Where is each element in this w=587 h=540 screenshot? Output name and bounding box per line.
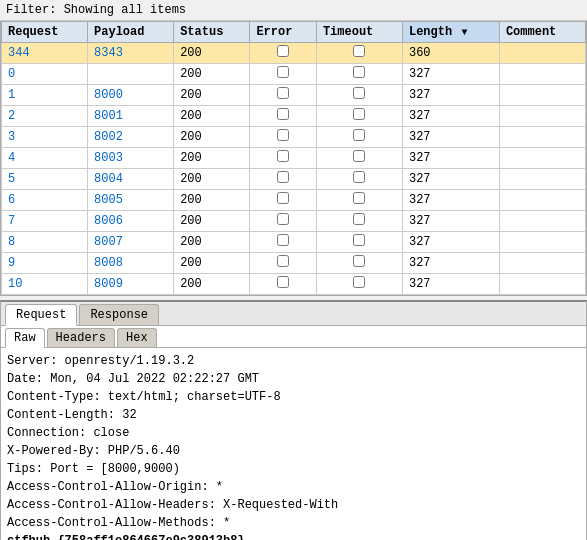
table-row[interactable]: 78006200327	[2, 211, 586, 232]
filter-value: Showing all items	[64, 3, 186, 17]
content-area: Server: openresty/1.19.3.2Date: Mon, 04 …	[1, 348, 586, 540]
cell-request: 10	[2, 274, 88, 295]
cell-length: 327	[402, 274, 499, 295]
cell-length: 327	[402, 253, 499, 274]
cell-error[interactable]	[250, 190, 317, 211]
cell-error[interactable]	[250, 106, 317, 127]
cell-error[interactable]	[250, 43, 317, 64]
cell-error[interactable]	[250, 148, 317, 169]
cell-length: 327	[402, 169, 499, 190]
content-line: Tips: Port = [8000,9000)	[7, 460, 580, 478]
cell-length: 327	[402, 127, 499, 148]
cell-payload	[88, 64, 174, 85]
cell-error[interactable]	[250, 274, 317, 295]
col-length[interactable]: Length ▼	[402, 22, 499, 43]
table-row[interactable]: 108009200327	[2, 274, 586, 295]
cell-request: 0	[2, 64, 88, 85]
main-table-container: Request Payload Status Error Timeout Len…	[0, 21, 587, 296]
cell-error[interactable]	[250, 64, 317, 85]
table-row[interactable]: 48003200327	[2, 148, 586, 169]
table-row[interactable]: 38002200327	[2, 127, 586, 148]
cell-status: 200	[174, 274, 250, 295]
col-status[interactable]: Status	[174, 22, 250, 43]
cell-comment	[499, 190, 585, 211]
cell-timeout[interactable]	[316, 106, 402, 127]
cell-status: 200	[174, 64, 250, 85]
cell-request: 3	[2, 127, 88, 148]
cell-error[interactable]	[250, 253, 317, 274]
cell-length: 327	[402, 85, 499, 106]
cell-comment	[499, 106, 585, 127]
cell-payload: 8009	[88, 274, 174, 295]
table-row[interactable]: 98008200327	[2, 253, 586, 274]
table-row[interactable]: 88007200327	[2, 232, 586, 253]
cell-payload: 8007	[88, 232, 174, 253]
col-comment[interactable]: Comment	[499, 22, 585, 43]
cell-timeout[interactable]	[316, 127, 402, 148]
cell-error[interactable]	[250, 85, 317, 106]
col-payload[interactable]: Payload	[88, 22, 174, 43]
cell-length: 360	[402, 43, 499, 64]
table-row[interactable]: 3448343200360	[2, 43, 586, 64]
cell-timeout[interactable]	[316, 274, 402, 295]
cell-status: 200	[174, 232, 250, 253]
cell-timeout[interactable]	[316, 211, 402, 232]
sub-tab-hex[interactable]: Hex	[117, 328, 157, 347]
cell-error[interactable]	[250, 169, 317, 190]
sub-tab-headers[interactable]: Headers	[47, 328, 115, 347]
sub-tab-row: Raw Headers Hex	[1, 326, 586, 348]
cell-payload: 8343	[88, 43, 174, 64]
cell-timeout[interactable]	[316, 169, 402, 190]
cell-length: 327	[402, 64, 499, 85]
main-table: Request Payload Status Error Timeout Len…	[1, 21, 586, 295]
cell-timeout[interactable]	[316, 64, 402, 85]
col-request[interactable]: Request	[2, 22, 88, 43]
table-row[interactable]: 58004200327	[2, 169, 586, 190]
sort-arrow: ▼	[461, 27, 467, 38]
cell-length: 327	[402, 211, 499, 232]
cell-comment	[499, 64, 585, 85]
cell-timeout[interactable]	[316, 148, 402, 169]
tab-response[interactable]: Response	[79, 304, 159, 325]
cell-comment	[499, 43, 585, 64]
content-line: Date: Mon, 04 Jul 2022 02:22:27 GMT	[7, 370, 580, 388]
content-line: Connection: close	[7, 424, 580, 442]
cell-timeout[interactable]	[316, 190, 402, 211]
cell-length: 327	[402, 106, 499, 127]
table-row[interactable]: 28001200327	[2, 106, 586, 127]
filter-bar: Filter: Showing all items	[0, 0, 587, 21]
col-timeout[interactable]: Timeout	[316, 22, 402, 43]
sub-tab-raw[interactable]: Raw	[5, 328, 45, 348]
cell-status: 200	[174, 169, 250, 190]
cell-status: 200	[174, 106, 250, 127]
cell-length: 327	[402, 190, 499, 211]
content-line: X-Powered-By: PHP/5.6.40	[7, 442, 580, 460]
cell-payload: 8000	[88, 85, 174, 106]
bottom-panel: Request Response Raw Headers Hex Server:…	[0, 300, 587, 540]
cell-length: 327	[402, 148, 499, 169]
cell-error[interactable]	[250, 232, 317, 253]
cell-timeout[interactable]	[316, 232, 402, 253]
cell-payload: 8003	[88, 148, 174, 169]
cell-comment	[499, 274, 585, 295]
table-row[interactable]: 18000200327	[2, 85, 586, 106]
cell-length: 327	[402, 232, 499, 253]
cell-error[interactable]	[250, 211, 317, 232]
table-row[interactable]: 0200327	[2, 64, 586, 85]
cell-status: 200	[174, 43, 250, 64]
content-line: Access-Control-Allow-Headers: X-Requeste…	[7, 496, 580, 514]
cell-timeout[interactable]	[316, 253, 402, 274]
cell-request: 2	[2, 106, 88, 127]
cell-error[interactable]	[250, 127, 317, 148]
col-error[interactable]: Error	[250, 22, 317, 43]
table-header-row: Request Payload Status Error Timeout Len…	[2, 22, 586, 43]
cell-request: 1	[2, 85, 88, 106]
table-row[interactable]: 68005200327	[2, 190, 586, 211]
cell-payload: 8008	[88, 253, 174, 274]
cell-timeout[interactable]	[316, 85, 402, 106]
cell-status: 200	[174, 85, 250, 106]
tab-request[interactable]: Request	[5, 304, 77, 326]
cell-status: 200	[174, 211, 250, 232]
cell-timeout[interactable]	[316, 43, 402, 64]
content-line: Access-Control-Allow-Methods: *	[7, 514, 580, 532]
